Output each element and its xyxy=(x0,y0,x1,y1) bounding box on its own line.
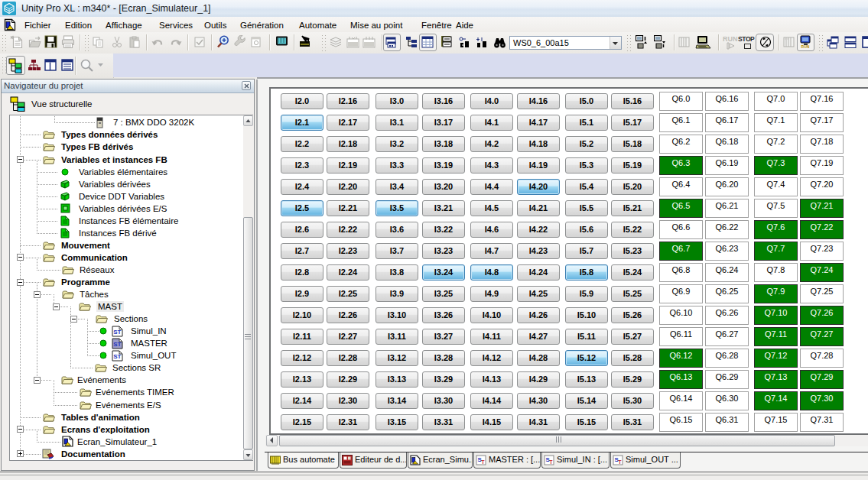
svg-text:T: T xyxy=(482,459,485,465)
svg-text:ST: ST xyxy=(113,328,121,335)
svg-text:T: T xyxy=(619,459,622,465)
svg-text:ST: ST xyxy=(113,352,121,359)
svg-text:RUN: RUN xyxy=(801,44,810,49)
svg-text:ST: ST xyxy=(113,340,121,347)
svg-text:T: T xyxy=(550,459,553,465)
